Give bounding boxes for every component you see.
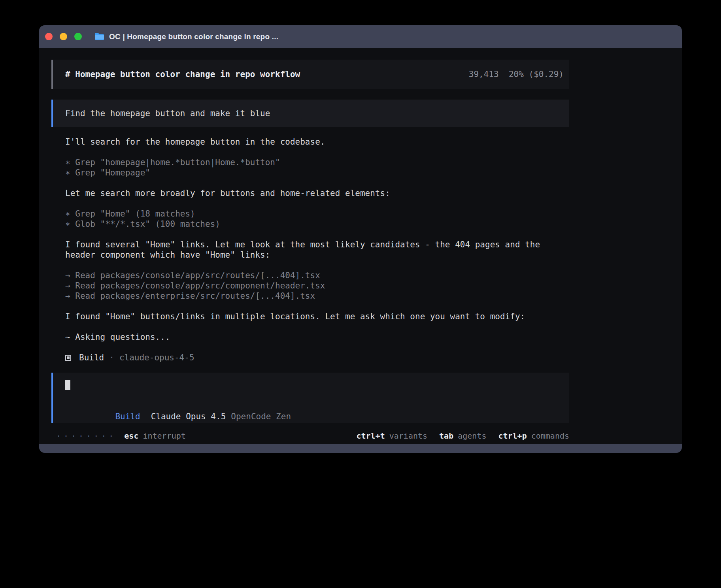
transcript: I'll search for the homepage button in t… [51,137,555,342]
agent-mode-icon [65,355,71,361]
user-message: Find the homepage button and make it blu… [51,100,569,127]
user-message-text: Find the homepage button and make it blu… [65,109,270,118]
transcript-line: → Read packages/console/app/src/routes/[… [65,270,555,281]
transcript-line: ∗ Glob "**/*.tsx" (100 matches) [65,219,555,229]
shortcut-label: commands [531,431,569,441]
folder-icon [94,32,104,41]
spinner-dots: ········ [56,431,116,441]
shortcut-key: ctrl+t [356,431,385,441]
transcript-line: → Read packages/console/app/src/componen… [65,281,555,291]
shortcut-commands[interactable]: ctrl+p commands [498,431,569,441]
shortcut-key: ctrl+p [498,431,527,441]
transcript-line: Let me search more broadly for buttons a… [65,188,555,198]
transcript-line [65,229,555,239]
session-title: # Homepage button color change in repo w… [65,70,300,79]
window-bottom-frame [39,444,682,453]
esc-label: interrupt [143,431,185,441]
prompt-input[interactable]: BuildClaude Opus 4.5OpenCode Zen [51,373,569,423]
statusbar: ········ esc interrupt ctrl+t variants t… [51,431,569,441]
transcript-line: ∗ Grep "homepage|home.*button|Home.*butt… [65,157,555,168]
shortcut-agents[interactable]: tab agents [439,431,486,441]
transcript-line: → Read packages/enterprise/src/routes/[.… [65,291,555,301]
esc-key[interactable]: esc [124,431,138,441]
shortcut-label: agents [458,431,486,441]
zoom-button[interactable] [74,33,82,40]
transcript-line [65,260,555,270]
agent-model: claude-opus-4-5 [119,352,194,363]
transcript-line: I found several "Home" links. Let me loo… [65,239,555,260]
context-usage: 20% ($0.29) [509,70,564,79]
session-header: # Homepage button color change in repo w… [51,60,569,89]
badge-separator: · [109,352,114,363]
transcript-line [65,322,555,332]
shortcut-key: tab [439,431,453,441]
prompt-provider-label: OpenCode Zen [231,412,291,421]
shortcut-label: variants [389,431,427,441]
transcript-line [65,301,555,311]
transcript-line: I found "Home" buttons/links in multiple… [65,311,555,322]
transcript-line: ∗ Grep "Home" (18 matches) [65,209,555,219]
transcript-line: ~ Asking questions... [65,332,555,342]
transcript-line: ∗ Grep "Homepage" [65,168,555,178]
agent-badge: Build · claude-opus-4-5 [51,352,569,363]
shortcut-variants[interactable]: ctrl+t variants [356,431,427,441]
titlebar[interactable]: OC | Homepage button color change in rep… [39,25,682,48]
text-cursor [65,380,70,390]
terminal-content: # Homepage button color change in repo w… [39,48,682,444]
agent-name: Build [79,352,104,363]
terminal-window: OC | Homepage button color change in rep… [39,25,682,453]
session-stats: 39,413 20% ($0.29) [469,70,564,79]
transcript-line [65,178,555,188]
transcript-line [65,147,555,157]
window-title: OC | Homepage button color change in rep… [109,32,278,41]
transcript-line: I'll search for the homepage button in t… [65,137,555,147]
prompt-meta: BuildClaude Opus 4.5OpenCode Zen [65,401,564,432]
prompt-agent-label[interactable]: Build [115,412,140,421]
close-button[interactable] [45,33,53,40]
prompt-model-label[interactable]: Claude Opus 4.5 [151,412,226,421]
token-count: 39,413 [469,70,499,79]
minimize-button[interactable] [60,33,67,40]
transcript-line [65,198,555,209]
